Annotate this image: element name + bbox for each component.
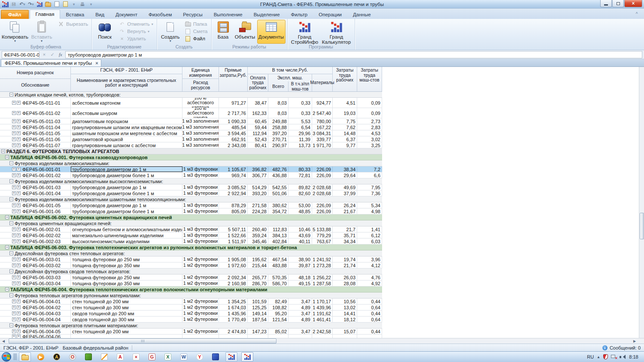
cell-value[interactable]: 359,24 [248,232,268,238]
cell-value[interactable]: 0,09 [357,108,382,118]
cell-name[interactable]: стен толщиной до 200 мм [71,299,182,304]
cell-unit[interactable]: 100 кг асбестового шнура [182,108,219,118]
cell-name[interactable]: огнеупорным бетоном и алюмосиликатными и… [71,226,182,232]
cell-value[interactable]: 570,35 [268,275,289,280]
cell-value[interactable]: 101,59 [248,299,268,304]
cell-value[interactable]: 1 435,96 [219,311,248,316]
cell-value[interactable]: 40,11 [289,238,312,244]
taskbar-media-player-icon[interactable]: ▶ [35,352,47,362]
cell-value[interactable]: 10,56 [333,299,357,304]
table-row[interactable]: ++ФЕР45-06-004-03сводов толщиной до 200 … [0,311,382,317]
cell-reference-box[interactable]: ФЕР45-06-001-01 [2,51,39,58]
table-row[interactable]: ++ФЕР45-06-003-01толщина футеровки до 25… [0,256,382,262]
cell-value[interactable]: 306,77 [248,172,268,178]
open-folder-icon[interactable] [45,1,52,7]
cell-value[interactable]: 290,97 [268,142,289,148]
cell-value[interactable]: 53,00 [289,202,312,208]
cell-value[interactable]: 2,83 [357,124,382,130]
cell-unit[interactable]: 1 м3 футеровки [182,208,219,214]
taskbar-grand-smeta-active-icon[interactable] [241,352,253,362]
cell-value[interactable]: 0,33 [289,108,312,118]
cell-value[interactable]: 48,18 [289,275,312,280]
cell-value[interactable]: 226,09 [312,166,333,172]
cell-value[interactable]: 1 461,41 [312,317,333,322]
cell-value[interactable]: 167,22 [312,124,333,130]
table-row[interactable]: ++ФЕР45-06-002-01огнеупорным бетоном и а… [0,226,382,232]
cell-unit[interactable]: 1 м3 заполнения [182,142,219,148]
create-estimate-button[interactable]: Смета [185,28,208,34]
expand-icon[interactable]: − [9,93,13,97]
cell-unit[interactable]: 1 м3 заполнения [182,136,219,142]
cell-value[interactable]: 3 085,52 [219,184,248,190]
cell-value[interactable]: 52,43 [248,136,268,142]
cell-code[interactable]: ++ФЕР45-06-003-01 [0,256,71,262]
cell-value[interactable]: 1 674,03 [219,305,248,310]
cell-value[interactable]: 60,45 [248,118,268,124]
cell-value[interactable]: 7,75 [333,118,357,124]
cell-value[interactable]: 779,29 [312,232,333,238]
copy-dropdown-icon[interactable]: ▾ [14,39,16,42]
cell-value[interactable]: 270,71 [268,136,289,142]
expand-icon[interactable]: + [17,233,21,237]
expand-icon[interactable]: + [12,227,16,231]
cell-value[interactable]: 9,77 [333,142,357,148]
cell-name[interactable]: магнезиально-шпинелидными изделиями [71,232,182,238]
cell-value[interactable]: 1 287,58 [312,281,333,286]
cell-unit[interactable]: 1 м3 футеровки [182,238,219,244]
cell-value[interactable]: 4,89 [289,305,312,310]
cell-value[interactable]: 542,55 [268,184,289,190]
document-tab[interactable]: ФЕР45. Промышленные печи и трубы × [1,59,101,66]
ribbon-tab-data[interactable]: Данные [347,10,377,19]
table-row[interactable]: ++ФЕР45-05-011-02асбестовым шнуром100 кг… [0,108,382,118]
expand-icon[interactable]: + [17,329,21,333]
cell-value[interactable]: 6,37 [333,136,357,142]
cell-value[interactable]: 2 717,76 [219,108,248,118]
cell-unit[interactable]: 1 м3 футеровки [182,184,219,190]
cell-code[interactable]: ++ФЕР45-06-001-02 [0,172,71,178]
cell-value[interactable]: 780,00 [312,118,333,124]
expand-icon[interactable]: − [9,161,13,165]
cell-value[interactable]: 89,82 [289,184,312,190]
cell-unit[interactable]: 1 м2 футеровки [182,311,219,316]
cell-unit[interactable]: 1 м2 футеровки [182,299,219,304]
taskbar-green-reader-icon[interactable] [82,352,94,362]
cell-value[interactable]: 4,53 [357,130,382,136]
expand-icon[interactable]: + [17,101,21,105]
cell-value[interactable]: 11,39 [289,136,312,142]
cell-value[interactable]: 397,20 [268,130,289,136]
minimize-button[interactable] [600,0,612,7]
cell-value[interactable]: 0,44 [357,329,382,334]
cell-value[interactable]: 187,54 [248,317,268,322]
cell-value[interactable]: 3,25 [357,142,382,148]
cell-value[interactable]: 0,09 [357,98,382,108]
cell-value[interactable]: 2 028,68 [312,184,333,190]
confirm-entry-icon[interactable]: ✓ [49,52,56,57]
cell-value[interactable]: 39,87 [289,262,312,268]
create-button[interactable]: Создать ▾ [159,20,182,44]
cell-value[interactable]: 8,03 [268,108,289,118]
expand-icon[interactable]: + [17,281,21,285]
expand-icon[interactable]: + [17,275,21,279]
base-mode-button[interactable]: База [213,20,233,44]
cell-name[interactable]: трубопроводов диаметром до 1 м [71,184,182,190]
cell-name[interactable]: толщина футеровки до 250 мм [71,256,182,262]
table-row[interactable]: ++ФЕР45-06-003-02толщина футеровки до 35… [0,262,382,268]
cell-value[interactable]: 149,14 [248,311,268,316]
cell-value[interactable]: 21,7 [333,226,357,232]
save-icon[interactable]: 💾︎ [10,1,17,7]
cell-value[interactable]: 249,88 [268,118,289,124]
cell-value[interactable]: 95,20 [268,311,289,316]
expand-icon[interactable]: + [12,299,16,303]
table-row[interactable]: ++ФЕР45-06-001-05трубопроводов диаметром… [0,202,382,208]
cell-value[interactable]: 82,60 [289,190,312,196]
expand-icon[interactable]: + [12,125,16,129]
cell-name[interactable]: гранулированным шлаком с асбестом [71,142,182,148]
ribbon-tab-operations[interactable]: Операции [313,10,347,19]
cell-value[interactable]: 7,62 [333,124,357,130]
cell-value[interactable]: 15,07 [333,329,357,334]
cell-value[interactable]: 1 511,97 [219,238,248,244]
expand-icon[interactable]: − [5,245,9,249]
cell-value[interactable]: 345,46 [248,238,268,244]
delete-button[interactable]: × Удалить [118,36,153,42]
grand-calculator-button[interactable]: Гранд Калькулятор [320,20,353,45]
